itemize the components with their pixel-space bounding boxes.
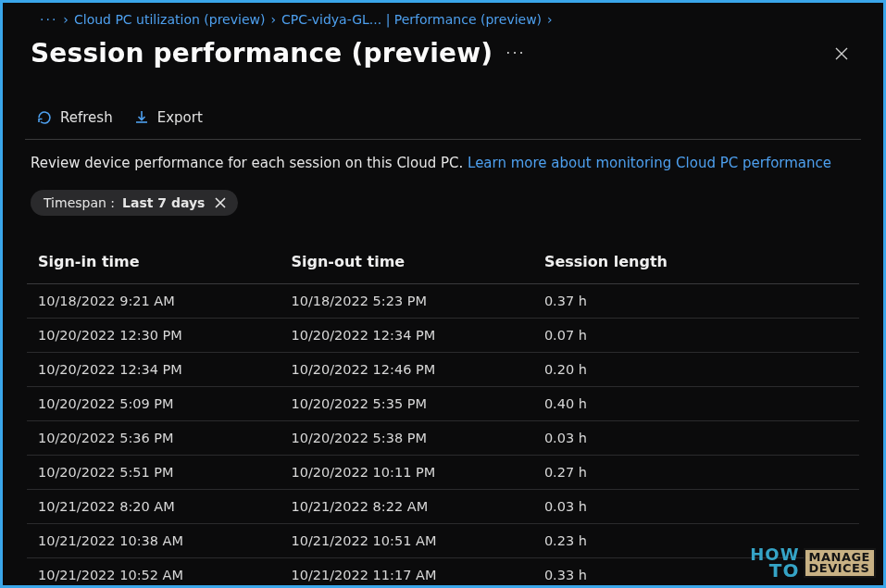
breadcrumb: ··· › Cloud PC utilization (preview) › C… bbox=[3, 3, 883, 27]
close-icon bbox=[215, 197, 226, 208]
filter-value: Last 7 days bbox=[122, 195, 205, 210]
cell-len: 0.37 h bbox=[544, 294, 848, 308]
cell-in: 10/18/2022 9:21 AM bbox=[38, 294, 291, 308]
filter-clear-button[interactable] bbox=[212, 194, 229, 211]
filter-label: Timespan : bbox=[44, 195, 115, 210]
refresh-icon bbox=[36, 109, 53, 126]
cell-out: 10/20/2022 5:35 PM bbox=[291, 396, 543, 411]
col-sign-out[interactable]: Sign-out time bbox=[291, 253, 543, 270]
table-row[interactable]: 10/20/2022 5:36 PM10/20/2022 5:38 PM0.03… bbox=[27, 421, 859, 456]
export-button[interactable]: Export bbox=[133, 109, 203, 126]
refresh-label: Refresh bbox=[60, 109, 113, 126]
session-table: Sign-in time Sign-out time Session lengt… bbox=[27, 244, 859, 585]
chevron-right-icon: › bbox=[270, 12, 276, 27]
cell-out: 10/20/2022 5:38 PM bbox=[291, 431, 543, 445]
table-row[interactable]: 10/20/2022 12:30 PM10/20/2022 12:34 PM0.… bbox=[27, 319, 859, 353]
cell-out: 10/20/2022 12:46 PM bbox=[291, 362, 543, 377]
watermark-text: DEVICES bbox=[809, 563, 871, 574]
cell-len: 0.07 h bbox=[544, 328, 848, 343]
cell-len: 0.03 h bbox=[544, 499, 848, 514]
close-button[interactable] bbox=[828, 40, 855, 68]
cell-out: 10/21/2022 11:17 AM bbox=[291, 568, 543, 582]
cell-out: 10/18/2022 5:23 PM bbox=[291, 294, 543, 308]
table-header: Sign-in time Sign-out time Session lengt… bbox=[27, 244, 859, 284]
cell-len: 0.20 h bbox=[544, 362, 848, 377]
table-row[interactable]: 10/20/2022 5:51 PM10/20/2022 10:11 PM0.2… bbox=[27, 456, 859, 490]
breadcrumb-ellipsis[interactable]: ··· bbox=[40, 12, 57, 27]
table-row[interactable]: 10/21/2022 10:52 AM10/21/2022 11:17 AM0.… bbox=[27, 558, 859, 585]
col-sign-in[interactable]: Sign-in time bbox=[38, 253, 291, 270]
watermark-text: TO bbox=[750, 562, 799, 580]
cell-in: 10/20/2022 5:36 PM bbox=[38, 431, 291, 445]
cell-len: 0.03 h bbox=[544, 431, 848, 445]
cell-in: 10/20/2022 12:34 PM bbox=[38, 362, 291, 377]
cell-len: 0.27 h bbox=[544, 465, 848, 480]
table-row[interactable]: 10/18/2022 9:21 AM10/18/2022 5:23 PM0.37… bbox=[27, 284, 859, 319]
watermark: HOW TO MANAGE DEVICES bbox=[750, 546, 876, 580]
refresh-button[interactable]: Refresh bbox=[36, 109, 113, 126]
cell-in: 10/20/2022 12:30 PM bbox=[38, 328, 291, 343]
toolbar: Refresh Export bbox=[3, 93, 883, 139]
cell-out: 10/21/2022 10:51 AM bbox=[291, 533, 543, 548]
learn-more-link[interactable]: Learn more about monitoring Cloud PC per… bbox=[468, 155, 831, 171]
breadcrumb-link-performance[interactable]: CPC-vidya-GL... | Performance (preview) bbox=[281, 12, 542, 27]
table-row[interactable]: 10/21/2022 10:38 AM10/21/2022 10:51 AM0.… bbox=[27, 524, 859, 558]
chevron-right-icon: › bbox=[547, 12, 553, 27]
table-row[interactable]: 10/21/2022 8:20 AM10/21/2022 8:22 AM0.03… bbox=[27, 490, 859, 524]
filter-chip-timespan[interactable]: Timespan : Last 7 days bbox=[31, 190, 238, 216]
description: Review device performance for each sessi… bbox=[3, 140, 883, 171]
description-text: Review device performance for each sessi… bbox=[31, 155, 468, 171]
download-icon bbox=[133, 109, 150, 126]
col-length[interactable]: Session length bbox=[544, 253, 848, 270]
cell-len: 0.40 h bbox=[544, 396, 848, 411]
chevron-right-icon: › bbox=[63, 12, 69, 27]
more-actions-button[interactable]: ··· bbox=[505, 44, 525, 62]
cell-in: 10/21/2022 10:38 AM bbox=[38, 533, 291, 548]
cell-out: 10/20/2022 12:34 PM bbox=[291, 328, 543, 343]
cell-in: 10/20/2022 5:51 PM bbox=[38, 465, 291, 480]
cell-in: 10/21/2022 8:20 AM bbox=[38, 499, 291, 514]
cell-out: 10/21/2022 8:22 AM bbox=[291, 499, 543, 514]
export-label: Export bbox=[157, 109, 203, 126]
cell-in: 10/21/2022 10:52 AM bbox=[38, 568, 291, 582]
cell-in: 10/20/2022 5:09 PM bbox=[38, 396, 291, 411]
breadcrumb-link-utilization[interactable]: Cloud PC utilization (preview) bbox=[74, 12, 265, 27]
table-row[interactable]: 10/20/2022 12:34 PM10/20/2022 12:46 PM0.… bbox=[27, 353, 859, 387]
cell-out: 10/20/2022 10:11 PM bbox=[291, 465, 543, 480]
close-icon bbox=[834, 46, 849, 61]
page-title: Session performance (preview) bbox=[31, 38, 493, 69]
table-row[interactable]: 10/20/2022 5:09 PM10/20/2022 5:35 PM0.40… bbox=[27, 387, 859, 421]
